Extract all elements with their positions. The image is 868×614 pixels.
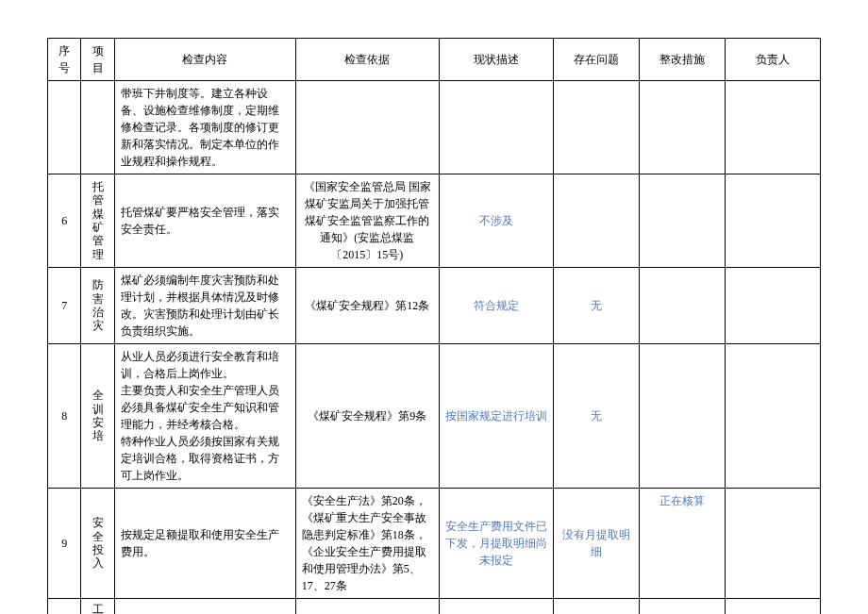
table-row: 7 防害治灾 煤矿必须编制年度灾害预防和处理计划，并根据具体情况及时修改。灾害预… xyxy=(48,268,821,344)
table-row: 8 全训安培 从业人员必须进行安全教育和培训，合格后上岗作业。 主要负责人和安全… xyxy=(48,344,821,489)
cell-basis: 《国家安全监管总局 国家煤矿安监局关于加强托管煤矿安全监管监察工作的通知》(安监… xyxy=(295,174,439,268)
cell-person xyxy=(725,489,820,599)
table-header-row: 序号 项目 检查内容 检查依据 现状描述 存在问题 整改措施 负责人 xyxy=(48,39,821,81)
cell-person xyxy=(725,268,820,344)
header-problem: 存在问题 xyxy=(553,39,639,81)
table-row: 9 安全投入 按规定足额提取和使用安全生产费用。 《安全生产法》第20条，《煤矿… xyxy=(48,489,821,599)
cell-seq: 10 xyxy=(48,599,81,615)
header-basis: 检查依据 xyxy=(295,39,439,81)
cell-measure xyxy=(639,344,725,489)
header-status: 现状描述 xyxy=(439,39,553,81)
cell-measure xyxy=(639,599,725,615)
cell-content: 托管煤矿要严格安全管理，落实安全责任。 xyxy=(114,174,295,268)
table-body: 带班下井制度等。建立各种设备、设施检查维修制度，定期维修检查记录。各项制度的修订… xyxy=(48,81,821,615)
cell-item xyxy=(81,81,114,174)
cell-item: 托管煤矿管理 xyxy=(81,174,114,268)
cell-status: 符合规定 xyxy=(439,599,553,615)
cell-seq: 9 xyxy=(48,489,81,599)
cell-status: 按国家规定进行培训 xyxy=(439,344,553,489)
cell-problem: 无 xyxy=(553,344,639,489)
cell-problem: 没有月提取明细 xyxy=(553,489,639,599)
header-item: 项目 xyxy=(81,39,114,81)
header-measure: 整改措施 xyxy=(639,39,725,81)
cell-content: 从业人员必须进行安全教育和培训，合格后上岗作业。 主要负责人和安全生产管理人员必… xyxy=(114,344,295,489)
cell-basis: 《安全生产法》第20条，《煤矿重大生产安全事故隐患判定标准》第18条，《企业安全… xyxy=(295,489,439,599)
cell-status: 符合规定 xyxy=(439,268,553,344)
header-seq: 序号 xyxy=(48,39,81,81)
header-content: 检查内容 xyxy=(114,39,295,81)
cell-problem xyxy=(553,81,639,174)
cell-measure xyxy=(639,174,725,268)
cell-seq: 8 xyxy=(48,344,81,489)
cell-basis: 《煤矿安全规程》第9条 xyxy=(295,344,439,489)
cell-content: 为从业人员缴纳工伤保险费。 xyxy=(114,599,295,615)
cell-status: 不涉及 xyxy=(439,174,553,268)
cell-content: 煤矿必须编制年度灾害预防和处理计划，并根据具体情况及时修改。灾害预防和处理计划由… xyxy=(114,268,295,344)
cell-measure xyxy=(639,268,725,344)
cell-basis xyxy=(295,81,439,174)
cell-status: 安全生产费用文件已下发，月提取明细尚未报定 xyxy=(439,489,553,599)
cell-person xyxy=(725,174,820,268)
cell-content: 按规定足额提取和使用安全生产费用。 xyxy=(114,489,295,599)
inspection-table: 序号 项目 检查内容 检查依据 现状描述 存在问题 整改措施 负责人 带班下井制… xyxy=(47,38,821,614)
table-row: 6 托管煤矿管理 托管煤矿要严格安全管理，落实安全责任。 《国家安全监管总局 国… xyxy=(48,174,821,268)
cell-seq: 7 xyxy=(48,268,81,344)
cell-person xyxy=(725,344,820,489)
cell-item: 全训安培 xyxy=(81,344,114,489)
cell-problem xyxy=(553,174,639,268)
cell-status xyxy=(439,81,553,174)
cell-item: 防害治灾 xyxy=(81,268,114,344)
table-row: 10 工伤保险 为从业人员缴纳工伤保险费。 《安全生产法》第48条 符合规定 无 xyxy=(48,599,821,615)
cell-basis: 《煤矿安全规程》第12条 xyxy=(295,268,439,344)
cell-measure xyxy=(639,81,725,174)
cell-problem: 无 xyxy=(553,599,639,615)
header-person: 负责人 xyxy=(725,39,820,81)
cell-person xyxy=(725,81,820,174)
cell-measure: 正在核算 xyxy=(639,489,725,599)
cell-item: 工伤保险 xyxy=(81,599,114,615)
table-row: 带班下井制度等。建立各种设备、设施检查维修制度，定期维修检查记录。各项制度的修订… xyxy=(48,81,821,174)
cell-problem: 无 xyxy=(553,268,639,344)
cell-seq: 6 xyxy=(48,174,81,268)
cell-seq xyxy=(48,81,81,174)
cell-person xyxy=(725,599,820,615)
cell-content: 带班下井制度等。建立各种设备、设施检查维修制度，定期维修检查记录。各项制度的修订… xyxy=(114,81,295,174)
cell-basis: 《安全生产法》第48条 xyxy=(295,599,439,615)
cell-item: 安全投入 xyxy=(81,489,114,599)
